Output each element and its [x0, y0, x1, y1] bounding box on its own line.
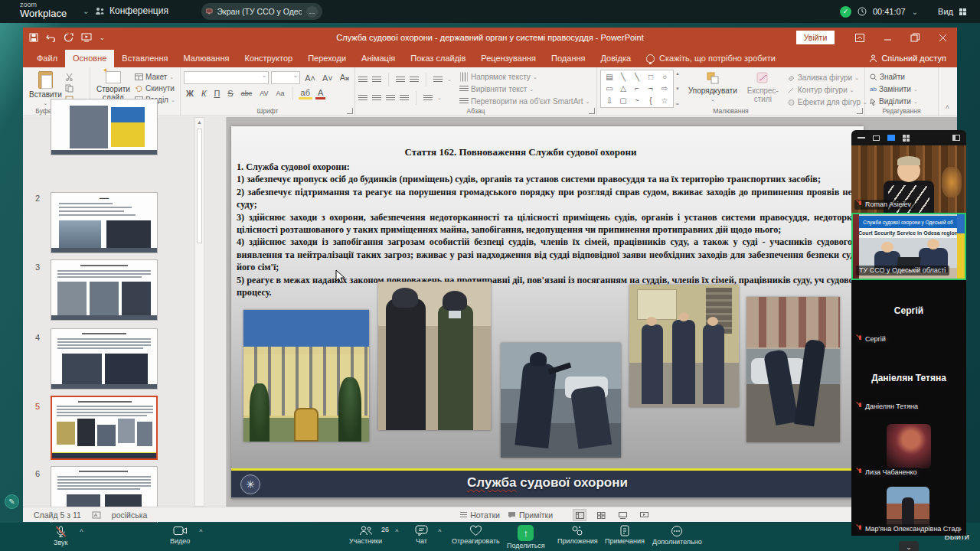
tell-me-box[interactable]: Скажіть, що потрібно зробити [639, 50, 783, 67]
font-dialog-launcher[interactable] [347, 108, 353, 114]
video-tile-danielyan[interactable]: Даніелян Тетяна Даніелян Тетяна [851, 347, 966, 415]
bold-button[interactable]: Ж [184, 89, 196, 98]
photo-officers-hallway[interactable] [378, 282, 491, 430]
scroll-up-arrow[interactable]: ▲ [195, 119, 204, 125]
audio-button[interactable]: Звук [54, 525, 67, 546]
grid-view-icon[interactable] [903, 135, 910, 142]
decrease-indent-icon[interactable] [396, 77, 405, 83]
arrange-button[interactable]: Упорядкувати ⌄ [685, 70, 740, 108]
align-right-icon[interactable] [386, 95, 395, 102]
cut-icon[interactable] [65, 73, 74, 81]
chevron-down-icon[interactable]: ⌄ [912, 8, 918, 16]
replace-button[interactable]: abЗамінити⌄ [868, 84, 935, 94]
chat-options-chevron[interactable]: ˄ [438, 527, 442, 534]
slideshow-view-button[interactable] [637, 509, 651, 521]
shapes-scroll-up[interactable]: ▲ [675, 71, 680, 76]
thumbnail-slide-4[interactable] [51, 328, 158, 390]
align-center-icon[interactable] [372, 95, 381, 102]
smartart-button[interactable]: Перетворити на об'єкт SmartArt⌄ [458, 96, 591, 106]
paragraph-dialog-launcher[interactable] [589, 108, 595, 114]
select-button[interactable]: Виділити⌄ [868, 96, 935, 106]
reset-button[interactable]: Скинути [133, 83, 177, 93]
change-case-button[interactable]: Aa [274, 90, 287, 97]
participants-button[interactable]: Участники [349, 525, 382, 545]
shape-fill-button[interactable]: Заливка фігури⌄ [786, 73, 869, 83]
notes-button[interactable]: Примечания [605, 525, 645, 545]
close-button[interactable] [931, 28, 954, 47]
thumbnail-slide-3[interactable] [51, 259, 158, 321]
current-slide[interactable]: Стаття 162. Повноваження Служби судової … [231, 126, 864, 499]
minimize-button[interactable] [876, 28, 899, 47]
collapse-ribbon-button[interactable]: ˄ [946, 103, 949, 111]
audio-options-chevron[interactable]: ˄ [80, 527, 83, 534]
participants-options-chevron[interactable]: ˄ [395, 527, 399, 534]
drawing-dialog-launcher[interactable] [857, 108, 863, 114]
character-spacing-button[interactable]: AV [257, 90, 270, 97]
tab-insert[interactable]: Вставлення [114, 50, 175, 67]
tab-review[interactable]: Рецензування [473, 50, 544, 67]
video-tile-roman[interactable]: Roman Asieiev [851, 145, 966, 213]
reading-view-button[interactable] [616, 509, 629, 521]
tab-design[interactable]: Конструктор [237, 50, 300, 67]
video-tile-sergiy[interactable]: Сергій Сергій [851, 280, 966, 347]
restore-button[interactable] [903, 28, 926, 47]
chevron-down-icon[interactable]: ⌄ [83, 7, 89, 15]
shrink-font-button[interactable]: А˅ [320, 73, 335, 83]
tab-file[interactable]: Файл [29, 50, 65, 67]
minimize-panel-icon[interactable] [858, 137, 865, 139]
security-shield-icon[interactable]: ✓ [840, 6, 851, 18]
bullets-icon[interactable] [358, 77, 368, 83]
slide-sorter-view-button[interactable] [594, 509, 608, 521]
grow-font-button[interactable]: А˄ [302, 73, 318, 83]
thumbnail-scrollbar[interactable]: ▲ [194, 117, 204, 507]
photo-training-outdoors[interactable] [746, 297, 840, 442]
video-tile-tu-cco-active[interactable]: Служби судової охорони у Одеській об Cou… [851, 213, 966, 280]
tab-view[interactable]: Подання [544, 50, 593, 67]
quick-styles-button[interactable]: Експрес-стилі [744, 70, 782, 108]
notes-toggle[interactable]: Нотатки [460, 510, 500, 520]
thumbnail-slide-1[interactable] [51, 99, 158, 155]
align-text-button[interactable]: Вирівняти текст⌄ [458, 84, 591, 94]
language-indicator[interactable]: російська [112, 510, 148, 520]
ribbon-display-options-button[interactable] [848, 28, 871, 47]
tab-slideshow[interactable]: Показ слайдів [403, 50, 473, 67]
scrollbar-thumb[interactable] [197, 129, 202, 243]
font-size-combo[interactable] [271, 71, 300, 84]
view-grid-icon[interactable] [959, 8, 966, 15]
tab-animations[interactable]: Анімація [354, 50, 403, 67]
numbering-icon[interactable] [372, 77, 381, 83]
more-button[interactable]: Дополнительно [652, 525, 702, 546]
line-spacing-icon[interactable] [433, 77, 443, 83]
collapse-panel-chevron[interactable]: ⌄ [899, 541, 919, 551]
increase-indent-icon[interactable] [410, 77, 419, 83]
thumbnail-slide-2[interactable]: ▬▬▬ [51, 192, 158, 253]
thumbnail-slide-5-selected[interactable] [51, 396, 158, 460]
speaker-view-icon[interactable] [873, 135, 880, 141]
text-direction-button[interactable]: Напрямок тексту⌄ [458, 72, 591, 82]
video-options-chevron[interactable]: ˄ [199, 527, 203, 534]
meeting-tab[interactable]: Конференция [95, 5, 168, 16]
highlight-color-button[interactable]: аб [299, 88, 312, 99]
layout-button[interactable]: Макет⌄ [133, 72, 177, 82]
tab-draw[interactable]: Малювання [175, 50, 237, 67]
video-tile-liza[interactable]: Лиза Чабаненко [851, 415, 966, 481]
spellcheck-icon[interactable] [92, 511, 101, 520]
photo-court-building[interactable] [243, 310, 369, 442]
tab-home[interactable]: Основне [65, 50, 114, 67]
comments-toggle[interactable]: Примітки [508, 510, 553, 520]
gallery-view-icon[interactable] [887, 135, 895, 141]
tab-transitions[interactable]: Переходи [300, 50, 354, 67]
align-left-icon[interactable] [358, 95, 368, 102]
strikethrough-button[interactable]: S [225, 89, 235, 98]
share-button[interactable]: Спільний доступ [858, 50, 957, 67]
photo-officer-aiming[interactable] [501, 343, 621, 458]
shapes-gallery[interactable]: ▤╲╲□○ ▭△⌐¬⇨ ⇩▢~{☆ [600, 70, 674, 108]
columns-icon[interactable] [423, 95, 433, 102]
annotation-pencil-icon[interactable]: ✎ [5, 494, 19, 509]
shadow-button[interactable]: abc [239, 90, 255, 97]
pill-more-button[interactable]: ... [306, 6, 318, 18]
italic-button[interactable]: К [199, 89, 208, 98]
react-button[interactable]: Отреагировать [452, 525, 500, 545]
video-tile-maryana[interactable]: Мар'яна Олександрівна Стадн [851, 481, 966, 536]
find-button[interactable]: Знайти [868, 72, 935, 82]
